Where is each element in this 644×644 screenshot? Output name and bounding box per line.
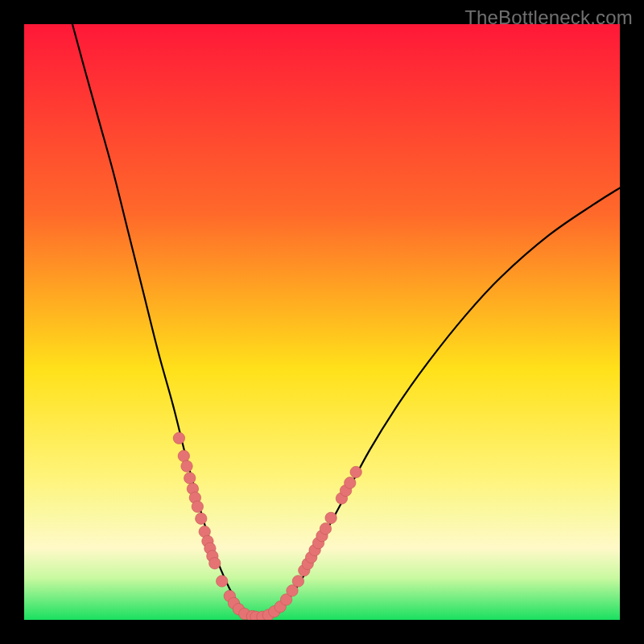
data-marker — [196, 513, 207, 524]
data-marker — [325, 512, 336, 523]
data-marker — [173, 432, 184, 444]
data-marker — [178, 450, 189, 461]
data-marker — [292, 576, 303, 587]
chart-svg — [24, 24, 620, 620]
plot-area — [24, 24, 620, 620]
data-marker — [216, 576, 227, 587]
data-marker — [320, 523, 331, 535]
data-marker — [350, 466, 361, 477]
data-marker — [209, 558, 221, 569]
data-marker — [192, 501, 203, 512]
data-marker — [181, 460, 192, 472]
data-marker — [345, 477, 356, 489]
chart-frame: TheBottleneck.com — [0, 0, 644, 644]
watermark-text: TheBottleneck.com — [464, 6, 633, 29]
data-marker — [184, 473, 196, 484]
